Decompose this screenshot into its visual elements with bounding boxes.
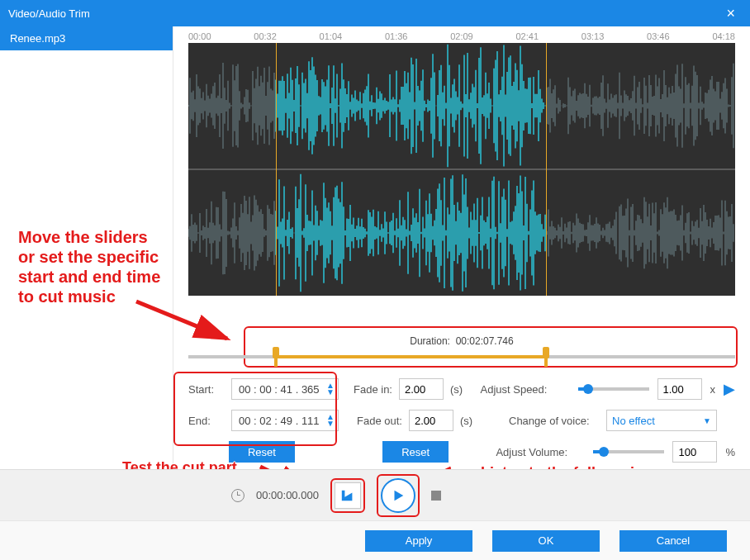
fadeout-input[interactable] <box>409 410 453 431</box>
window-title: Video/Audio Trim <box>8 7 90 20</box>
file-item[interactable]: Renee.mp3 <box>0 26 173 50</box>
end-label: End: <box>188 415 223 427</box>
clock-icon <box>231 489 244 502</box>
apply-button[interactable]: Apply <box>365 530 472 552</box>
annotation-box-play <box>377 474 420 517</box>
spinner-icon[interactable]: ▲▼ <box>326 414 335 427</box>
speed-label: Adjust Speed: <box>481 383 570 396</box>
footer: Apply OK Cancel <box>0 520 750 560</box>
trim-handle-end[interactable] <box>540 347 552 367</box>
volume-label: Adjust Volume: <box>496 446 585 458</box>
end-time-input[interactable]: 00 : 02 : 49 . 111 ▲▼ <box>231 410 339 431</box>
trim-end-marker[interactable] <box>546 43 547 296</box>
fadein-input[interactable] <box>399 378 444 400</box>
annotation-box-duration <box>244 326 738 368</box>
titlebar: Video/Audio Trim × <box>0 0 750 26</box>
play-time: 00:00:00.000 <box>256 489 319 501</box>
fadeout-label: Fade out: <box>357 415 402 427</box>
reset-trim-button[interactable]: Reset <box>229 441 295 463</box>
stop-button[interactable] <box>431 491 441 501</box>
ok-button[interactable]: OK <box>492 530 600 552</box>
fade-unit: (s) <box>450 383 463 396</box>
speed-preview-icon[interactable]: ▶ <box>724 380 735 398</box>
play-selection-button[interactable] <box>335 482 361 509</box>
trim-handle-start[interactable] <box>270 347 282 367</box>
close-icon[interactable]: × <box>719 5 742 22</box>
timeline-ticks: 00:0000:3201:0401:3602:0902:4103:1303:46… <box>188 26 735 43</box>
start-time-input[interactable]: 00 : 00 : 41 . 365 ▲▼ <box>231 378 339 400</box>
volume-input[interactable] <box>672 441 717 463</box>
voice-label: Change of voice: <box>509 415 598 427</box>
start-label: Start: <box>188 383 223 396</box>
spinner-icon[interactable]: ▲▼ <box>326 382 335 396</box>
volume-unit: % <box>725 446 735 458</box>
reset-fade-button[interactable]: Reset <box>382 441 449 463</box>
fadein-label: Fade in: <box>354 383 392 396</box>
speed-slider[interactable] <box>578 387 649 391</box>
voice-select[interactable]: No effect▼ <box>606 410 717 431</box>
file-sidebar: Renee.mp3 <box>0 26 173 469</box>
trim-start-marker[interactable] <box>276 43 277 296</box>
trim-slider-selection <box>276 355 546 358</box>
waveform[interactable] <box>188 43 735 296</box>
play-button[interactable] <box>381 478 415 513</box>
speed-unit: x <box>710 383 716 396</box>
cancel-button[interactable]: Cancel <box>619 530 727 552</box>
fade-unit: (s) <box>460 415 472 427</box>
playbar: 00:00:00.000 <box>0 469 750 520</box>
volume-slider[interactable] <box>593 450 664 453</box>
speed-input[interactable] <box>657 378 702 400</box>
annotation-box-test <box>330 478 365 513</box>
